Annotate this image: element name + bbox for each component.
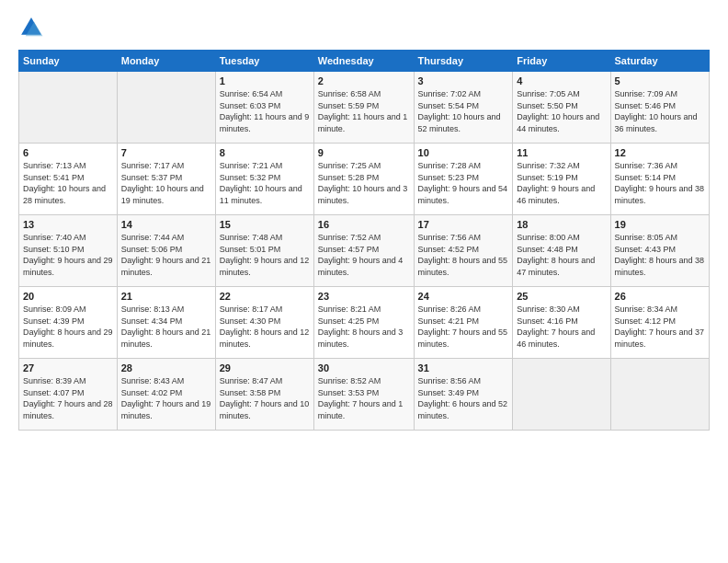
calendar-cell: 26 Sunrise: 8:34 AMSunset: 4:12 PMDaylig… [610,287,709,359]
calendar-cell: 13 Sunrise: 7:40 AMSunset: 5:10 PMDaylig… [19,215,118,287]
calendar-cell: 3 Sunrise: 7:02 AMSunset: 5:54 PMDayligh… [414,72,513,144]
day-header-saturday: Saturday [610,51,709,72]
calendar-cell: 10 Sunrise: 7:28 AMSunset: 5:23 PMDaylig… [414,144,513,215]
day-info: Sunrise: 8:39 AMSunset: 4:07 PMDaylight:… [23,376,113,420]
day-number: 2 [318,75,410,86]
calendar-cell: 19 Sunrise: 8:05 AMSunset: 4:43 PMDaylig… [610,215,709,287]
day-number: 11 [517,147,606,158]
day-number: 27 [23,362,113,373]
day-info: Sunrise: 8:34 AMSunset: 4:12 PMDaylight:… [615,304,705,349]
day-number: 15 [220,219,310,230]
day-header-sunday: Sunday [19,51,118,72]
day-info: Sunrise: 8:21 AMSunset: 4:25 PMDaylight:… [318,304,404,349]
day-number: 25 [517,291,606,302]
day-number: 31 [418,362,509,373]
header [18,15,710,40]
day-number: 23 [318,291,410,302]
day-number: 17 [418,219,509,230]
day-info: Sunrise: 7:02 AMSunset: 5:54 PMDaylight:… [418,89,501,133]
calendar-cell: 18 Sunrise: 8:00 AMSunset: 4:48 PMDaylig… [513,215,610,287]
day-number: 6 [23,147,113,158]
day-number: 21 [121,291,211,302]
day-info: Sunrise: 7:56 AMSunset: 4:52 PMDaylight:… [418,233,508,277]
day-header-monday: Monday [117,51,215,72]
day-info: Sunrise: 8:43 AMSunset: 4:02 PMDaylight:… [121,376,211,420]
calendar-cell: 15 Sunrise: 7:48 AMSunset: 5:01 PMDaylig… [215,215,313,287]
calendar-cell: 25 Sunrise: 8:30 AMSunset: 4:16 PMDaylig… [513,287,610,359]
calendar-cell: 31 Sunrise: 8:56 AMSunset: 3:49 PMDaylig… [414,359,513,431]
calendar-cell: 30 Sunrise: 8:52 AMSunset: 3:53 PMDaylig… [313,359,414,431]
day-number: 13 [23,219,113,230]
day-number: 24 [418,291,509,302]
day-number: 12 [615,147,705,158]
calendar-cell: 17 Sunrise: 7:56 AMSunset: 4:52 PMDaylig… [414,215,513,287]
calendar-cell [19,72,118,144]
calendar-cell: 24 Sunrise: 8:26 AMSunset: 4:21 PMDaylig… [414,287,513,359]
calendar-cell: 29 Sunrise: 8:47 AMSunset: 3:58 PMDaylig… [215,359,313,431]
day-number: 29 [220,362,310,373]
week-row-1: 1 Sunrise: 6:54 AMSunset: 6:03 PMDayligh… [19,72,710,144]
calendar-cell: 4 Sunrise: 7:05 AMSunset: 5:50 PMDayligh… [513,72,610,144]
calendar-cell [117,72,215,144]
day-number: 9 [318,147,410,158]
logo [18,15,48,40]
day-info: Sunrise: 7:28 AMSunset: 5:23 PMDaylight:… [418,161,508,205]
day-info: Sunrise: 7:05 AMSunset: 5:50 PMDaylight:… [517,89,599,133]
day-info: Sunrise: 7:17 AMSunset: 5:37 PMDaylight:… [121,161,204,205]
day-header-wednesday: Wednesday [313,51,414,72]
day-info: Sunrise: 8:17 AMSunset: 4:30 PMDaylight:… [220,304,310,349]
calendar-cell [513,359,610,431]
day-number: 22 [220,291,310,302]
calendar-cell: 28 Sunrise: 8:43 AMSunset: 4:02 PMDaylig… [117,359,215,431]
page: SundayMondayTuesdayWednesdayThursdayFrid… [0,0,728,563]
calendar-cell: 1 Sunrise: 6:54 AMSunset: 6:03 PMDayligh… [215,72,313,144]
calendar-cell: 12 Sunrise: 7:36 AMSunset: 5:14 PMDaylig… [610,144,709,215]
header-row: SundayMondayTuesdayWednesdayThursdayFrid… [19,51,710,72]
day-info: Sunrise: 7:25 AMSunset: 5:28 PMDaylight:… [318,161,408,205]
day-number: 28 [121,362,211,373]
day-info: Sunrise: 7:21 AMSunset: 5:32 PMDaylight:… [220,161,302,205]
day-number: 3 [418,75,509,86]
day-header-friday: Friday [513,51,610,72]
calendar-cell: 8 Sunrise: 7:21 AMSunset: 5:32 PMDayligh… [215,144,313,215]
calendar-cell: 14 Sunrise: 7:44 AMSunset: 5:06 PMDaylig… [117,215,215,287]
day-number: 5 [615,75,705,86]
calendar-cell: 6 Sunrise: 7:13 AMSunset: 5:41 PMDayligh… [19,144,118,215]
day-info: Sunrise: 7:44 AMSunset: 5:06 PMDaylight:… [121,233,211,277]
day-info: Sunrise: 8:05 AMSunset: 4:43 PMDaylight:… [615,233,705,277]
day-number: 18 [517,219,606,230]
day-info: Sunrise: 8:09 AMSunset: 4:39 PMDaylight:… [23,304,113,349]
day-info: Sunrise: 7:13 AMSunset: 5:41 PMDaylight:… [23,161,106,205]
calendar-cell: 23 Sunrise: 8:21 AMSunset: 4:25 PMDaylig… [313,287,414,359]
calendar: SundayMondayTuesdayWednesdayThursdayFrid… [18,50,710,431]
day-info: Sunrise: 8:26 AMSunset: 4:21 PMDaylight:… [418,304,508,349]
day-info: Sunrise: 7:52 AMSunset: 4:57 PMDaylight:… [318,233,404,277]
day-info: Sunrise: 8:56 AMSunset: 3:49 PMDaylight:… [418,376,508,420]
calendar-cell [610,359,709,431]
calendar-cell: 20 Sunrise: 8:09 AMSunset: 4:39 PMDaylig… [19,287,118,359]
day-info: Sunrise: 8:30 AMSunset: 4:16 PMDaylight:… [517,304,595,349]
day-info: Sunrise: 7:09 AMSunset: 5:46 PMDaylight:… [615,89,698,133]
calendar-cell: 2 Sunrise: 6:58 AMSunset: 5:59 PMDayligh… [313,72,414,144]
calendar-cell: 21 Sunrise: 8:13 AMSunset: 4:34 PMDaylig… [117,287,215,359]
day-info: Sunrise: 6:58 AMSunset: 5:59 PMDaylight:… [318,89,408,133]
day-info: Sunrise: 7:48 AMSunset: 5:01 PMDaylight:… [220,233,310,277]
week-row-4: 20 Sunrise: 8:09 AMSunset: 4:39 PMDaylig… [19,287,710,359]
day-number: 16 [318,219,410,230]
day-info: Sunrise: 6:54 AMSunset: 6:03 PMDaylight:… [220,89,310,133]
day-number: 10 [418,147,509,158]
day-info: Sunrise: 7:32 AMSunset: 5:19 PMDaylight:… [517,161,595,205]
week-row-2: 6 Sunrise: 7:13 AMSunset: 5:41 PMDayligh… [19,144,710,215]
calendar-cell: 9 Sunrise: 7:25 AMSunset: 5:28 PMDayligh… [313,144,414,215]
day-number: 1 [220,75,310,86]
day-number: 19 [615,219,705,230]
day-number: 7 [121,147,211,158]
day-number: 20 [23,291,113,302]
calendar-cell: 5 Sunrise: 7:09 AMSunset: 5:46 PMDayligh… [610,72,709,144]
day-info: Sunrise: 8:47 AMSunset: 3:58 PMDaylight:… [220,376,310,420]
week-row-3: 13 Sunrise: 7:40 AMSunset: 5:10 PMDaylig… [19,215,710,287]
calendar-cell: 16 Sunrise: 7:52 AMSunset: 4:57 PMDaylig… [313,215,414,287]
day-info: Sunrise: 7:40 AMSunset: 5:10 PMDaylight:… [23,233,113,277]
day-number: 4 [517,75,606,86]
calendar-cell: 27 Sunrise: 8:39 AMSunset: 4:07 PMDaylig… [19,359,118,431]
